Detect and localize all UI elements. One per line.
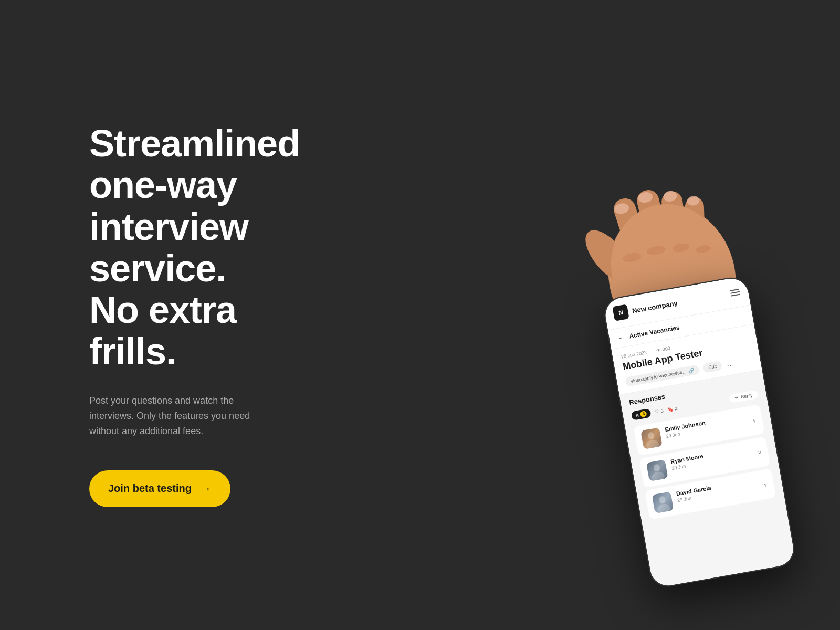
avatar-ryan — [646, 459, 668, 481]
hamburger-icon[interactable] — [730, 289, 740, 297]
avatar-david — [652, 491, 674, 513]
reply-button[interactable]: ↩ Reply — [729, 390, 759, 403]
svg-point-1 — [646, 439, 660, 449]
job-views: 👁 300 — [656, 345, 670, 353]
filter-all-badge[interactable]: A 8 — [631, 408, 652, 421]
svg-point-5 — [657, 503, 671, 513]
subtitle-text: Post your questions and watch the interv… — [89, 393, 257, 438]
bookmark-icon: 🔖 — [667, 406, 674, 413]
filter-likes[interactable]: ♡ 5 — [655, 408, 664, 415]
chevron-down-icon: ∨ — [763, 481, 768, 488]
active-vacancies-label: Active Vacancies — [628, 324, 680, 340]
reply-icon: ↩ — [734, 395, 739, 401]
candidate-info: David Garcia 29 Jun · — [676, 476, 760, 509]
avatar-emily — [640, 427, 663, 449]
filter-count: 8 — [640, 411, 647, 417]
left-content: Streamlined one-way interview service. N… — [0, 123, 315, 507]
job-edit-button[interactable]: Edit — [702, 361, 722, 373]
chevron-down-icon: ∨ — [752, 417, 757, 424]
app-logo: N — [612, 304, 629, 321]
cta-label: Join beta testing — [108, 482, 192, 495]
heart-icon: ♡ — [655, 408, 660, 414]
phone-screen: N New company ← Active Vacancies — [603, 276, 796, 588]
chevron-down-icon: ∨ — [758, 449, 762, 456]
back-arrow-icon[interactable]: ← — [617, 333, 626, 342]
svg-point-0 — [647, 432, 655, 440]
svg-point-4 — [659, 496, 666, 504]
svg-point-3 — [651, 471, 665, 481]
arrow-icon: → — [200, 482, 212, 496]
hero-section: Streamlined one-way interview service. N… — [0, 0, 840, 630]
eye-icon: 👁 — [656, 347, 662, 353]
candidate-info: Emily Johnson 29 Jun · — [664, 412, 749, 445]
phone-mockup: N New company ← Active Vacancies — [602, 275, 797, 590]
join-beta-button[interactable]: Join beta testing → — [89, 470, 230, 507]
svg-point-2 — [653, 464, 660, 472]
responses-section: Responses A 8 ♡ 5 🔖 — [620, 370, 786, 530]
link-icon: 🔗 — [688, 368, 695, 374]
right-content: N New company ← Active Vacancies — [315, 0, 840, 630]
filter-bookmarks[interactable]: 🔖 2 — [667, 405, 678, 412]
headline: Streamlined one-way interview service. N… — [89, 123, 315, 372]
job-more-button[interactable]: ... — [725, 360, 731, 369]
candidate-info: Ryan Moore 29 Jun · — [670, 444, 754, 477]
